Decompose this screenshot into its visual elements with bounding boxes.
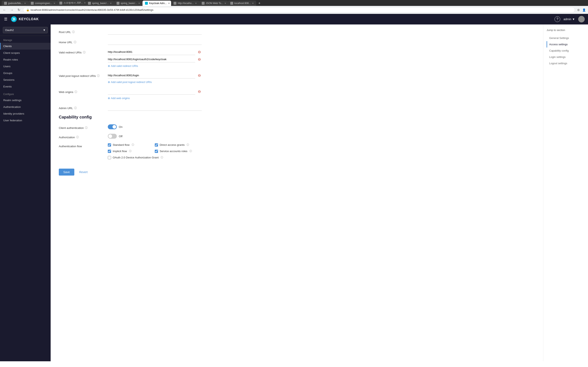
admin-dropdown[interactable]: admin ▼ bbox=[563, 17, 575, 21]
oauth2-device-help-icon[interactable]: ⓘ bbox=[161, 156, 163, 159]
web-origins-help-icon[interactable]: ⓘ bbox=[75, 90, 77, 94]
add-post-logout-button[interactable]: Add valid post logout redirect URIs bbox=[108, 80, 152, 84]
revert-button[interactable]: Revert bbox=[76, 169, 90, 175]
authorization-slider bbox=[108, 134, 117, 139]
sidebar-item-realm-roles[interactable]: Realm roles bbox=[0, 56, 51, 63]
admin-url-row: Admin URL ⓘ bbox=[59, 105, 202, 111]
section-link-login-settings[interactable]: Login settings bbox=[546, 54, 585, 60]
add-redirect-uri-button[interactable]: Add valid redirect URIs bbox=[108, 64, 138, 68]
section-link-access-settings[interactable]: Access settings bbox=[546, 41, 585, 48]
section-link-capability-config[interactable]: Capability config bbox=[546, 48, 585, 54]
redirect-uri-input-0[interactable] bbox=[108, 49, 195, 55]
authorization-field: Off bbox=[108, 134, 202, 139]
realm-dropdown-icon: ▼ bbox=[43, 29, 45, 32]
tab-close-4[interactable]: ✕ bbox=[110, 2, 112, 5]
root-url-field bbox=[108, 29, 202, 35]
sidebar-item-authentication[interactable]: Authentication bbox=[0, 104, 51, 110]
form-area: Root URL ⓘ Home URL ⓘ bbox=[51, 25, 210, 187]
client-auth-field: On bbox=[108, 124, 202, 129]
realm-select[interactable]: Oauth2 ▼ bbox=[3, 27, 48, 33]
sidebar-item-user-federation[interactable]: User federation bbox=[0, 117, 51, 124]
direct-access-grants-checkbox[interactable] bbox=[155, 143, 158, 147]
authorization-off-label: Off bbox=[119, 135, 122, 138]
valid-redirect-uris-help-icon[interactable]: ⓘ bbox=[83, 50, 86, 54]
root-url-input[interactable] bbox=[108, 29, 202, 35]
standard-flow-checkbox[interactable] bbox=[108, 143, 111, 147]
auth-flow-implicit-row: Implicit flow ⓘ bbox=[108, 150, 155, 153]
back-button[interactable]: ← bbox=[2, 8, 7, 12]
tab-7[interactable]: http://localho... ✕ bbox=[171, 1, 199, 6]
tab-5[interactable]: spring_basic/... ✕ bbox=[114, 1, 143, 6]
tab-3[interactable]: 스프링에서 JSP... ✕ bbox=[57, 0, 86, 6]
tab-6-keycloak[interactable]: Keycloak Adm... ✕ bbox=[143, 1, 171, 6]
standard-flow-help-icon[interactable]: ⓘ bbox=[132, 143, 134, 147]
home-url-help-icon[interactable]: ⓘ bbox=[74, 40, 76, 44]
redirect-uri-input-1[interactable] bbox=[108, 56, 195, 62]
tab-close-2[interactable]: ✕ bbox=[53, 2, 55, 5]
home-url-input[interactable] bbox=[108, 39, 202, 45]
remove-redirect-uri-0[interactable] bbox=[197, 50, 202, 54]
remove-web-origins-0[interactable] bbox=[197, 89, 202, 94]
remove-post-logout-uri-0[interactable] bbox=[197, 73, 202, 78]
sidebar-item-client-scopes[interactable]: Client scopes bbox=[0, 50, 51, 56]
implicit-flow-checkbox[interactable] bbox=[108, 150, 111, 153]
oauth2-device-checkbox[interactable] bbox=[108, 156, 111, 159]
tab-close-8[interactable]: ✕ bbox=[224, 2, 226, 5]
tab-close-5[interactable]: ✕ bbox=[138, 2, 140, 5]
root-url-label: Root URL ⓘ bbox=[59, 29, 108, 34]
auth-flow-row: Authentication flow Standard flow ⓘ Di bbox=[59, 143, 202, 161]
sidebar-item-groups[interactable]: Groups bbox=[0, 70, 51, 76]
valid-redirect-uris-field: Add valid redirect URIs bbox=[108, 49, 202, 68]
reload-button[interactable]: ↻ bbox=[16, 8, 21, 12]
section-link-general-settings[interactable]: General Settings bbox=[546, 35, 585, 41]
section-link-logout-settings[interactable]: Logout settings bbox=[546, 60, 585, 67]
save-button[interactable]: Save bbox=[59, 169, 74, 175]
tab-close-9[interactable]: ✕ bbox=[252, 2, 254, 5]
tab-4[interactable]: spring_basic/... ✕ bbox=[86, 1, 114, 6]
tab-favicon-5 bbox=[117, 2, 120, 5]
admin-url-input[interactable] bbox=[108, 105, 202, 111]
tab-1[interactable]: jpabook/Me... ✕ bbox=[2, 1, 28, 6]
tab-close-6[interactable]: ✕ bbox=[168, 2, 170, 5]
service-accounts-help-icon[interactable]: ⓘ bbox=[190, 150, 192, 153]
realm-selector[interactable]: Oauth2 ▼ bbox=[0, 25, 51, 36]
remove-redirect-uri-1[interactable] bbox=[197, 57, 202, 62]
post-logout-uri-input-0[interactable] bbox=[108, 72, 195, 78]
new-tab-button[interactable]: + bbox=[257, 1, 262, 6]
web-origins-input-0[interactable] bbox=[108, 89, 195, 95]
extensions-button[interactable]: ⚙ bbox=[577, 8, 580, 12]
tab-2[interactable]: corespringsec... ✕ bbox=[28, 1, 57, 6]
tab-close-1[interactable]: ✕ bbox=[24, 2, 26, 5]
sidebar-item-users[interactable]: Users bbox=[0, 63, 51, 70]
sidebar-item-clients[interactable]: Clients bbox=[0, 43, 51, 50]
keycloak-logo-icon bbox=[11, 16, 17, 22]
root-url-help-icon[interactable]: ⓘ bbox=[72, 30, 75, 34]
add-web-origins-button[interactable]: Add web origins bbox=[108, 96, 130, 100]
logo[interactable]: KEYCLOAK bbox=[11, 16, 39, 22]
sidebar-item-events[interactable]: Events bbox=[0, 83, 51, 90]
tab-close-3[interactable]: ✕ bbox=[84, 2, 86, 4]
sidebar-item-identity-providers[interactable]: Identity providers bbox=[0, 110, 51, 117]
url-bar[interactable]: 🔒 localhost:8080/admin/master/console/#/… bbox=[23, 7, 575, 13]
client-auth-help-icon[interactable]: ⓘ bbox=[85, 126, 87, 130]
content-area: Oauth2 ▼ Manage Clients Client scopes Re… bbox=[0, 25, 588, 361]
help-button[interactable]: ? bbox=[554, 16, 560, 22]
profile-button[interactable]: 👤 bbox=[582, 8, 586, 12]
direct-access-help-icon[interactable]: ⓘ bbox=[187, 143, 189, 147]
hamburger-button[interactable]: ☰ bbox=[3, 16, 8, 22]
forward-button[interactable]: → bbox=[9, 8, 15, 12]
authorization-toggle[interactable] bbox=[108, 134, 117, 139]
tab-9[interactable]: localhost:808... ✕ bbox=[228, 1, 256, 6]
valid-post-logout-help-icon[interactable]: ⓘ bbox=[97, 74, 100, 78]
tab-close-7[interactable]: ✕ bbox=[195, 2, 197, 5]
sidebar-item-realm-settings[interactable]: Realm settings bbox=[0, 97, 51, 104]
authorization-help-icon[interactable]: ⓘ bbox=[76, 135, 79, 139]
client-auth-toggle[interactable] bbox=[108, 124, 117, 129]
implicit-flow-help-icon[interactable]: ⓘ bbox=[129, 150, 131, 153]
tab-8[interactable]: JSON Web To... ✕ bbox=[199, 1, 228, 6]
sidebar-item-sessions[interactable]: Sessions bbox=[0, 76, 51, 83]
sidebar-user-federation-label: User federation bbox=[3, 119, 22, 122]
service-accounts-roles-checkbox[interactable] bbox=[155, 150, 158, 153]
admin-url-help-icon[interactable]: ⓘ bbox=[74, 106, 77, 110]
home-url-row: Home URL ⓘ bbox=[59, 39, 202, 45]
